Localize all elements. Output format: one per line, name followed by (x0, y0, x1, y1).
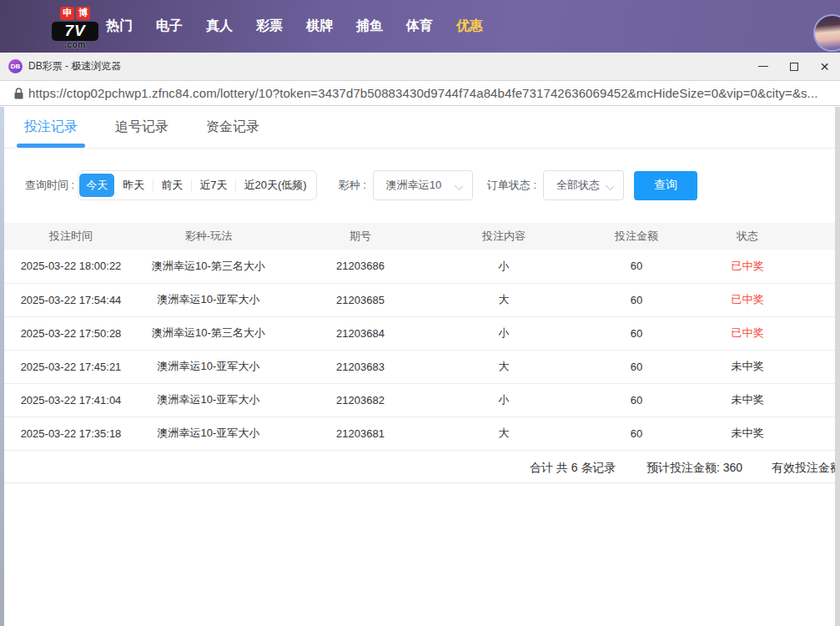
cell-amount: 60 (566, 283, 707, 316)
record-tabs: 投注记录追号记录资金记录 (4, 107, 840, 149)
time-option-0[interactable]: 今天 (79, 174, 114, 197)
time-option-2[interactable]: 前天 (153, 174, 191, 197)
lock-icon (14, 88, 23, 99)
table-header-row: 投注时间彩种-玩法期号投注内容投注金额状态 (4, 223, 840, 250)
records-card: 投注记录追号记录资金记录 查询时间 : 今天昨天前天近7天近20天(低频) 彩种… (4, 107, 840, 626)
column-header: 投注内容 (441, 223, 566, 250)
cell-issue: 21203683 (279, 350, 441, 383)
status-filter-label: 订单状态 : (487, 178, 536, 193)
cell-content: 小 (441, 383, 566, 416)
column-header: 投注时间 (4, 223, 138, 250)
cell-amount: 60 (566, 416, 707, 450)
table-row: 2025-03-22 18:00:22澳洲幸运10-第三名大小21203686小… (4, 250, 840, 283)
site-logo[interactable]: 申 博 7V .com (52, 7, 98, 50)
tab-0[interactable]: 投注记录 (24, 107, 78, 148)
cell-issue: 21203681 (279, 416, 441, 450)
lottery-select[interactable]: 澳洲幸运10 (373, 170, 473, 200)
nav-item-0[interactable]: 热门 (94, 18, 144, 35)
summary-valid-amount: 有效投注金额: 360 (772, 461, 840, 476)
cell-issue: 21203682 (279, 383, 441, 416)
maximize-button[interactable] (778, 53, 809, 80)
cell-amount: 60 (566, 316, 707, 350)
cell-time: 2025-03-22 18:00:22 (4, 250, 138, 283)
logo-badge-shen: 申 (60, 7, 74, 20)
lottery-filter-label: 彩种 : (339, 178, 366, 193)
nav-item-7[interactable]: 优惠 (445, 18, 495, 35)
browser-favicon: DB (8, 59, 23, 73)
logo-com: .com (52, 40, 98, 49)
cell-game: 澳洲幸运10-第三名大小 (138, 316, 279, 350)
cell-time: 2025-03-22 17:41:04 (4, 383, 138, 416)
status-select-value: 全部状态 (556, 178, 600, 193)
chevron-down-icon (606, 183, 613, 189)
cell-status: 已中奖 (707, 250, 788, 283)
nav-item-6[interactable]: 体育 (395, 18, 445, 35)
page-content: 投注记录追号记录资金记录 查询时间 : 今天昨天前天近7天近20天(低频) 彩种… (0, 107, 840, 626)
nav-item-5[interactable]: 捕鱼 (345, 18, 395, 35)
nav-item-1[interactable]: 电子 (144, 18, 194, 35)
nav-item-4[interactable]: 棋牌 (294, 18, 345, 35)
time-option-1[interactable]: 昨天 (114, 174, 153, 197)
cell-game: 澳洲幸运10-亚军大小 (138, 383, 279, 416)
cell-amount: 60 (566, 250, 707, 283)
cell-game: 澳洲幸运10-亚军大小 (138, 350, 279, 383)
time-option-4[interactable]: 近20天(低频) (235, 174, 314, 197)
cell-status: 已中奖 (707, 316, 788, 350)
cell-status: 已中奖 (707, 283, 788, 316)
column-header: 彩种-玩法 (138, 223, 279, 250)
cell-content: 大 (441, 283, 566, 316)
minimize-button[interactable] (747, 53, 778, 80)
top-nav: 热门电子真人彩票棋牌捕鱼体育优惠 (94, 18, 495, 35)
cell-amount: 60 (566, 383, 707, 416)
close-icon: ✕ (820, 61, 830, 73)
cell-status: 未中奖 (707, 350, 788, 383)
site-header: 申 博 7V .com 热门电子真人彩票棋牌捕鱼体育优惠 (0, 0, 840, 53)
cell-time: 2025-03-22 17:50:28 (4, 316, 138, 350)
cell-game: 澳洲幸运10-亚军大小 (138, 416, 279, 450)
cell-status: 未中奖 (707, 416, 788, 450)
cell-time: 2025-03-22 17:35:18 (4, 416, 138, 450)
cell-game: 澳洲幸运10-第三名大小 (138, 250, 279, 283)
summary-bar: 合计 共 6 条记录 预计投注金额: 360 有效投注金额: 360 (4, 451, 840, 483)
cell-issue: 21203685 (279, 283, 441, 316)
nav-item-2[interactable]: 真人 (194, 18, 244, 35)
cell-time: 2025-03-22 17:54:44 (4, 283, 138, 316)
summary-total: 合计 共 6 条记录 (530, 461, 616, 476)
nav-item-3[interactable]: 彩票 (244, 18, 294, 35)
search-button[interactable]: 查询 (634, 171, 697, 200)
cell-status: 未中奖 (707, 383, 788, 416)
close-button[interactable]: ✕ (809, 53, 840, 80)
summary-expected-amount: 预计投注金额: 360 (646, 461, 742, 476)
logo-badge-bo: 博 (76, 7, 90, 20)
lottery-select-value: 澳洲幸运10 (386, 178, 441, 193)
user-avatar[interactable] (813, 14, 840, 52)
cell-issue: 21203686 (279, 250, 441, 283)
cell-amount: 60 (566, 350, 707, 383)
bet-records-table: 投注时间彩种-玩法期号投注内容投注金额状态 2025-03-22 18:00:2… (4, 223, 840, 451)
table-row: 2025-03-22 17:35:18澳洲幸运10-亚军大小21203681大6… (4, 416, 840, 450)
column-header: 状态 (707, 223, 788, 250)
status-select[interactable]: 全部状态 (543, 170, 624, 200)
tab-2[interactable]: 资金记录 (206, 107, 259, 148)
cell-game: 澳洲幸运10-亚军大小 (138, 283, 279, 316)
cell-time: 2025-03-22 17:45:21 (4, 350, 138, 383)
table-row: 2025-03-22 17:50:28澳洲幸运10-第三名大小21203684小… (4, 316, 840, 350)
time-filter-label: 查询时间 : (25, 178, 74, 193)
column-header: 投注金额 (566, 223, 707, 250)
logo-7v: 7V (52, 22, 98, 41)
time-filter-group: 今天昨天前天近7天近20天(低频) (78, 170, 316, 200)
vertical-scrollbar[interactable] (835, 107, 840, 626)
column-header: 期号 (279, 223, 441, 250)
chevron-down-icon (455, 183, 462, 189)
maximize-icon (790, 63, 798, 71)
browser-urlbar[interactable]: https://ctop02pchwp1.zfnc84.com/lottery/… (0, 81, 840, 106)
browser-titlebar: DB DB彩票 - 极速浏览器 ✕ (0, 53, 840, 81)
tab-1[interactable]: 追号记录 (115, 107, 169, 148)
window-title: DB彩票 - 极速浏览器 (28, 59, 121, 73)
table-row: 2025-03-22 17:41:04澳洲幸运10-亚军大小21203682小6… (4, 383, 840, 416)
url-text: https://ctop02pchwp1.zfnc84.com/lottery/… (28, 86, 817, 100)
cell-content: 大 (441, 350, 566, 383)
table-row: 2025-03-22 17:54:44澳洲幸运10-亚军大小21203685大6… (4, 283, 840, 316)
cell-issue: 21203684 (279, 316, 441, 350)
time-option-3[interactable]: 近7天 (191, 174, 235, 197)
